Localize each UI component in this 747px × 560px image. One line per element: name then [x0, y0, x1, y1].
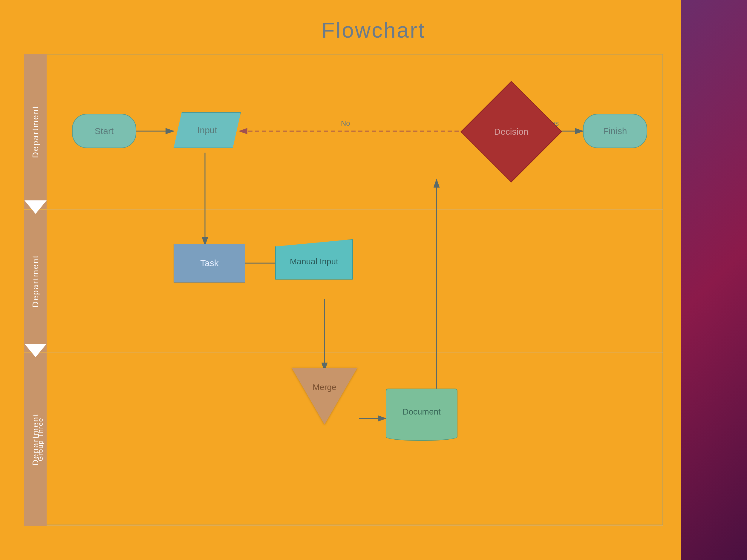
no-label: No	[341, 119, 350, 128]
lane-2-label-strip: Department	[24, 210, 47, 352]
decision-label: Decision	[494, 127, 528, 137]
group-three-label: Group Three	[37, 418, 45, 461]
start-shape: Start	[72, 114, 136, 148]
lane-2-label: Department	[31, 255, 40, 307]
start-label: Start	[95, 126, 113, 136]
group-three-label-container: Group Three	[36, 353, 45, 526]
task-label: Task	[200, 258, 219, 268]
input-shape: Input	[174, 112, 241, 148]
arrow-down-2	[25, 344, 47, 357]
manual-input-label: Manual Input	[290, 257, 338, 266]
diagram-container: Department Department Department Group T…	[24, 54, 663, 526]
finish-shape: Finish	[583, 114, 647, 148]
merge-label: Merge	[313, 382, 336, 392]
decision-wrapper: Decision	[469, 90, 553, 174]
lane-1-label: Department	[31, 105, 40, 158]
lane-2: Department	[24, 209, 663, 353]
finish-label: Finish	[603, 126, 627, 136]
merge-triangle	[292, 368, 357, 424]
document-label: Document	[403, 407, 441, 417]
input-label: Input	[197, 125, 217, 135]
document-shape: Document	[386, 389, 458, 435]
task-shape: Task	[174, 244, 245, 283]
lane-divider-arrow-2	[24, 344, 47, 357]
right-sidebar	[681, 0, 747, 560]
lane-divider-arrow-1	[24, 201, 47, 214]
lane-1-label-strip: Department	[24, 54, 47, 209]
merge-wrapper: Merge	[292, 365, 357, 427]
arrow-down-1	[25, 201, 47, 214]
page-title: Flowchart	[0, 0, 747, 43]
